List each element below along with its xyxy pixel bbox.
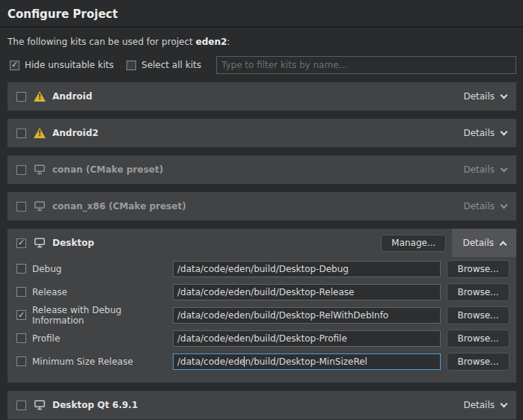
browse-button-release[interactable]: Browse... [447, 283, 510, 301]
build-config-checkbox-minsizerel[interactable] [16, 356, 26, 366]
chevron-down-icon [501, 164, 508, 172]
kit-name: Android [52, 91, 92, 102]
title-separator [0, 26, 523, 28]
browse-button-profile[interactable]: Browse... [447, 330, 510, 348]
details-label: Details [463, 91, 495, 102]
project-name: eden2 [196, 37, 227, 47]
kits-hint-text: The following kits can be used for proje… [7, 37, 516, 47]
warning-icon [34, 128, 46, 138]
page-title: Configure Project [0, 0, 523, 26]
select-all-kits-checkbox[interactable] [126, 61, 136, 70]
details-label: Details [463, 128, 495, 138]
build-config-label: Release with Debug Information [32, 305, 173, 326]
kit-row-android[interactable]: Android Details [7, 82, 516, 111]
kit-checkbox-android2[interactable] [16, 129, 26, 138]
build-config-label: Profile [32, 333, 173, 344]
details-label: Details [463, 400, 495, 410]
chevron-down-icon [501, 400, 508, 407]
build-config-label: Minimum Size Release [32, 356, 173, 367]
build-config-row-profile: Profile Browse... [7, 327, 516, 350]
build-config-row-release: Release Browse... [7, 280, 516, 303]
kit-row-desktop[interactable]: Desktop Manage... Details [7, 229, 516, 257]
kit-row-android2[interactable]: Android2 Details [7, 119, 516, 147]
kit-filter-bar: Hide unsuitable kits Select all kits [10, 56, 516, 74]
kit-row-conan[interactable]: conan (CMake preset) Details [7, 155, 516, 184]
kit-panel-desktop: Desktop Manage... Details Debug Browse..… [7, 229, 516, 383]
monitor-icon [34, 238, 46, 248]
manage-kits-button[interactable]: Manage... [381, 235, 446, 252]
kit-checkbox-conan-x86[interactable] [16, 202, 26, 211]
build-dir-input-profile[interactable] [173, 330, 441, 347]
build-config-label: Release [32, 287, 173, 297]
chevron-up-icon [500, 241, 507, 248]
hide-unsuitable-kits-checkbox-group[interactable]: Hide unsuitable kits [10, 60, 114, 70]
monitor-icon [34, 201, 46, 211]
chevron-down-icon [501, 128, 508, 135]
kit-name: Desktop Qt 6.9.1 [52, 400, 138, 410]
hint-suffix: : [227, 37, 230, 47]
browse-button-minsizerel[interactable]: Browse... [447, 353, 510, 371]
kit-checkbox-desktop[interactable] [16, 238, 26, 248]
hint-prefix: The following kits can be used for proje… [7, 37, 196, 47]
build-config-checkbox-profile[interactable] [16, 333, 26, 343]
build-dir-input-minsizerel[interactable] [173, 353, 441, 370]
kit-name: conan_x86 (CMake preset) [52, 201, 186, 211]
details-button-conan[interactable]: Details [463, 164, 507, 175]
select-all-kits-checkbox-group[interactable]: Select all kits [126, 60, 201, 70]
browse-button-debug[interactable]: Browse... [447, 260, 510, 278]
kit-row-desktop-qt-691[interactable]: Desktop Qt 6.9.1 Details [7, 391, 516, 419]
select-all-kits-label: Select all kits [141, 60, 201, 70]
kit-name: conan (CMake preset) [52, 164, 163, 175]
build-dir-input-relwithdebinfo[interactable] [173, 307, 441, 324]
build-config-label: Debug [32, 264, 173, 274]
details-button-android[interactable]: Details [463, 91, 507, 102]
kit-name: Desktop [52, 238, 94, 248]
kit-row-conan-x86[interactable]: conan_x86 (CMake preset) Details [7, 192, 516, 220]
kit-checkbox-android[interactable] [16, 92, 26, 102]
details-label: Details [462, 238, 494, 248]
kit-checkbox-conan[interactable] [16, 165, 26, 175]
hide-unsuitable-kits-label: Hide unsuitable kits [25, 60, 114, 70]
build-config-checkbox-relwithdebinfo[interactable] [16, 310, 26, 320]
details-button-android2[interactable]: Details [463, 128, 507, 138]
build-dir-input-release[interactable] [173, 284, 441, 300]
details-button-desktop-qt-691[interactable]: Details [463, 400, 507, 410]
kit-filter-input[interactable] [216, 56, 516, 74]
details-label: Details [463, 164, 495, 175]
text-cursor [244, 356, 245, 367]
chevron-down-icon [501, 91, 508, 99]
build-config-checkbox-release[interactable] [16, 287, 26, 297]
monitor-icon [34, 164, 46, 175]
browse-button-relwithdebinfo[interactable]: Browse... [447, 306, 510, 324]
warning-icon [34, 91, 46, 102]
chevron-down-icon [501, 201, 508, 209]
build-dir-input-debug[interactable] [173, 261, 441, 277]
details-label: Details [463, 201, 495, 211]
build-config-row-debug: Debug Browse... [7, 257, 516, 280]
kit-list: Android Details Android2 Details conan (… [7, 82, 516, 419]
kit-name: Android2 [52, 128, 99, 138]
build-config-checkbox-debug[interactable] [16, 264, 26, 274]
details-button-conan-x86[interactable]: Details [463, 201, 507, 211]
kit-checkbox-desktop-qt-691[interactable] [16, 401, 26, 410]
build-config-row-minsizerel: Minimum Size Release Browse... [7, 350, 516, 373]
build-config-row-relwithdebinfo: Release with Debug Information Browse... [7, 303, 516, 327]
details-button-desktop[interactable]: Details [452, 229, 516, 257]
monitor-icon [34, 400, 46, 410]
hide-unsuitable-kits-checkbox[interactable] [10, 61, 19, 70]
